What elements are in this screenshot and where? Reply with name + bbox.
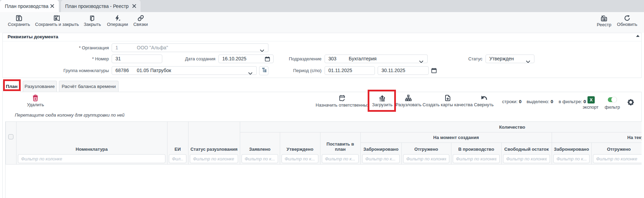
export-label: экспорт <box>583 105 599 110</box>
registry-icon <box>601 15 607 22</box>
group-select[interactable]: 01.05 Патрубок <box>133 66 257 75</box>
group-label: Группа номенклатуры <box>63 66 109 75</box>
registry-button[interactable]: Реестр <box>597 15 611 27</box>
col-explode-status[interactable]: Статус разузлования <box>188 122 240 165</box>
collapse-arrow-icon <box>480 95 487 101</box>
chevron-down-icon <box>419 58 423 63</box>
filter-input-nomenclature[interactable] <box>18 154 165 163</box>
filter-input-reserved-current[interactable] <box>553 154 590 163</box>
links-label: Связки <box>133 22 148 27</box>
filter-input-reserved-created[interactable] <box>362 154 400 163</box>
filter-input-requested[interactable] <box>242 154 278 163</box>
department-code-field[interactable]: 303 <box>325 55 346 63</box>
tree-icon <box>261 67 267 75</box>
close-label: Закрыть <box>84 22 101 27</box>
assign-responsible-button[interactable]: Назначить ответственных <box>316 95 369 108</box>
col-unit[interactable]: ЕИ <box>167 122 188 165</box>
trash-icon <box>32 95 39 101</box>
window-tab-label: План производства <box>5 3 48 9</box>
filter-input-in-production[interactable] <box>453 154 500 163</box>
col-shipped-current[interactable]: Отгружено <box>591 143 642 165</box>
created-label: Дата создания <box>185 55 215 63</box>
panel-collapse-icon[interactable] <box>636 35 640 37</box>
chevron-down-icon <box>526 58 530 63</box>
filter-label: фильтр <box>605 105 620 110</box>
col-free-balance[interactable]: Свободный остаток <box>501 143 552 165</box>
number-field[interactable]: 31 <box>112 55 162 63</box>
delete-label: Удалить <box>27 102 44 107</box>
filter-input-unit[interactable] <box>169 154 186 163</box>
selected-counter: выделено: 0 <box>527 99 553 104</box>
operations-label: Операции <box>107 22 128 27</box>
collapse-label: Свернуть <box>474 102 493 107</box>
save-button[interactable]: Сохранить <box>8 15 30 27</box>
explode-icon <box>405 95 412 101</box>
period-from-field[interactable]: 01.11.2025 <box>325 66 375 75</box>
group-on-current: На текущий момент <box>552 132 642 143</box>
filter-input-explode-status[interactable] <box>190 154 238 163</box>
excel-icon[interactable]: X <box>587 96 595 103</box>
grid-counters: строки: 0 выделено: 0 в фильтре: 0 <box>502 99 586 104</box>
grid-container: Номенклатура ЕИ Статус разузлования Коли… <box>5 121 642 198</box>
links-button[interactable]: Связки <box>133 15 148 27</box>
tab-explode[interactable]: Разузлование <box>23 81 57 92</box>
operations-button[interactable]: Операции <box>107 15 128 27</box>
number-label: * Номер <box>92 55 109 63</box>
save-close-button[interactable]: Сохранить и закрыть <box>35 15 79 27</box>
window-tab-plan[interactable]: План производства <box>0 0 59 12</box>
created-date-field[interactable]: 16.10.2025 <box>218 55 274 63</box>
load-icon <box>379 95 386 101</box>
toggle-knob <box>611 97 617 102</box>
requisites-header: Реквизиты документа <box>3 33 641 41</box>
filter-input-shipped-created[interactable] <box>403 154 449 163</box>
quality-cards-button[interactable]: Создать карты качества <box>422 95 472 107</box>
col-reserved-current[interactable]: Забронировано <box>552 143 591 165</box>
select-all-checkbox[interactable] <box>8 134 13 139</box>
period-to-field[interactable]: 30.11.2025 <box>378 66 429 75</box>
gear-icon[interactable] <box>627 99 634 107</box>
registry-label: Реестр <box>597 22 611 27</box>
window-tabbar: План производства План производства - Ре… <box>0 0 644 12</box>
close-button[interactable]: Закрыть <box>84 15 101 27</box>
refresh-button[interactable]: Обновить <box>617 15 637 27</box>
delete-button[interactable]: Удалить <box>27 95 44 107</box>
close-tab-icon[interactable] <box>132 4 136 8</box>
col-reserved-created[interactable]: Забронировано <box>360 143 401 165</box>
filter-input-shipped-current[interactable] <box>593 154 642 163</box>
col-shipped-created[interactable]: Отгружено <box>401 143 451 165</box>
filter-input-free-balance[interactable] <box>503 154 550 163</box>
filter-toggle[interactable] <box>608 97 617 102</box>
status-label: Статус <box>468 55 482 63</box>
group-code-field[interactable]: 68786 <box>112 66 134 75</box>
filter-input-put-in-plan[interactable] <box>322 154 359 163</box>
group-tree-button[interactable] <box>259 66 268 75</box>
assign-icon <box>339 95 346 102</box>
main-toolbar: Сохранить Сохранить и закрыть Закрыть <box>0 12 644 33</box>
app-screen: План производства План производства - Ре… <box>0 0 644 198</box>
org-code-field[interactable]: 1 <box>112 43 134 52</box>
tab-plan[interactable]: План <box>3 80 21 92</box>
links-icon <box>137 15 144 21</box>
calendar-icon[interactable] <box>265 56 270 63</box>
col-approved[interactable]: Утверждено <box>280 132 320 165</box>
col-in-production[interactable]: В производство <box>451 143 501 165</box>
filter-input-approved[interactable] <box>282 154 318 163</box>
load-button[interactable]: Загрузить <box>372 95 392 107</box>
rows-counter: строки: 0 <box>502 99 521 104</box>
close-tab-icon[interactable] <box>50 4 54 8</box>
col-requested[interactable]: Заявлено <box>240 132 280 165</box>
filtered-counter: в фильтре: 0 <box>559 99 586 104</box>
department-select[interactable]: Бухгалтерия <box>345 55 428 63</box>
calendar-icon[interactable] <box>431 68 437 75</box>
quality-label: Создать карты качества <box>422 102 472 107</box>
document-tabs: План Разузлование Расчёт баланса времени <box>2 79 642 92</box>
chevron-down-icon <box>260 47 264 52</box>
status-select[interactable]: Утвержден <box>485 55 534 63</box>
col-nomenclature[interactable]: Номенклатура <box>16 122 167 165</box>
collapse-button[interactable]: Свернуть <box>474 95 493 107</box>
org-select[interactable]: ООО "Альфа" <box>133 43 268 52</box>
col-put-in-plan[interactable]: Поставить в план <box>320 132 360 165</box>
tab-time-balance[interactable]: Расчёт баланса времени <box>59 81 119 92</box>
window-tab-registry[interactable]: План производства - Реестр <box>61 0 141 12</box>
explode-button[interactable]: Разузловать <box>396 95 421 107</box>
